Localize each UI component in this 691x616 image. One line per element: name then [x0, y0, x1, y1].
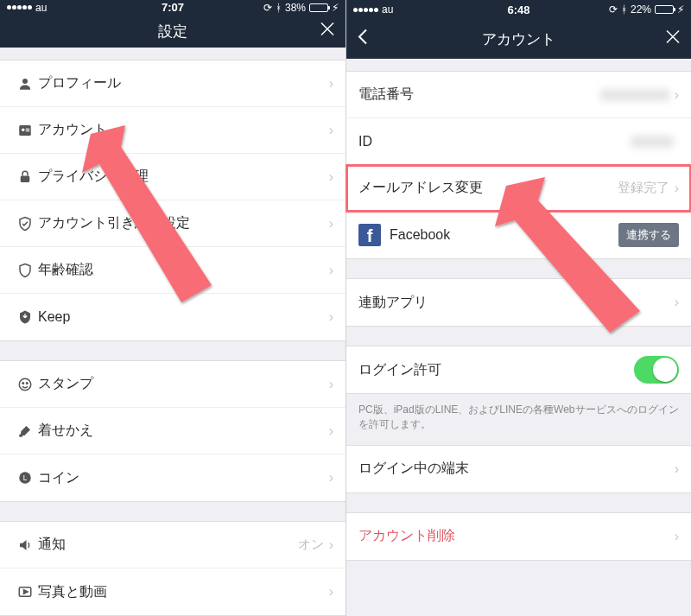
close-button[interactable] — [665, 29, 681, 49]
row-delete-account[interactable]: アカウント削除 › — [346, 513, 691, 560]
brush-icon — [12, 423, 38, 439]
row-phone[interactable]: 電話番号 › — [346, 72, 691, 118]
login-allow-toggle[interactable] — [634, 356, 679, 384]
row-themes[interactable]: 着せかえ › — [0, 408, 346, 454]
bluetooth-icon: ᚼ — [621, 3, 627, 16]
row-privacy[interactable]: プライバシー管理 › — [0, 154, 346, 200]
row-coin[interactable]: L コイン › — [0, 454, 346, 501]
smile-icon — [12, 377, 38, 392]
chevron-right-icon: › — [329, 169, 333, 185]
row-label: Facebook — [390, 227, 618, 243]
chevron-right-icon: › — [675, 87, 679, 103]
account-group-2: 連動アプリ › — [346, 278, 691, 327]
row-account[interactable]: アカウント › — [0, 107, 346, 154]
row-label: アカウント — [38, 121, 329, 139]
status-bar: au 6:48 ⟳ ᚼ 22% ⚡︎ — [346, 0, 691, 19]
row-login-allow[interactable]: ログイン許可 — [346, 346, 691, 393]
chevron-right-icon: › — [329, 309, 333, 325]
link-facebook-button[interactable]: 連携する — [618, 223, 679, 247]
chevron-right-icon: › — [329, 216, 333, 232]
time-label: 7:07 — [162, 1, 184, 14]
row-keep[interactable]: Keep › — [0, 294, 346, 340]
header-title: 設定 — [158, 22, 187, 41]
login-allow-desc: PC版、iPad版のLINE、およびLINEの各種Webサービスへのログインを許… — [346, 394, 691, 445]
account-group-3: ログイン許可 — [346, 346, 691, 394]
signal-icon — [353, 8, 378, 12]
svg-text:L: L — [23, 474, 28, 482]
status-bar: au 7:07 ⟳ ᚼ 38% ⚡︎ — [0, 0, 346, 16]
row-linked-apps[interactable]: 連動アプリ › — [346, 279, 691, 326]
row-label: ログイン中の端末 — [358, 460, 675, 478]
row-id[interactable]: ID — [346, 118, 691, 165]
chevron-right-icon: › — [675, 461, 679, 477]
settings-group-2: スタンプ › 着せかえ › L コイン › — [0, 360, 346, 502]
row-transfer[interactable]: アカウント引き継ぎ設定 › — [0, 200, 346, 247]
row-label: メールアドレス変更 — [358, 179, 618, 197]
charging-icon: ⚡︎ — [332, 2, 339, 14]
chevron-right-icon: › — [329, 377, 333, 392]
account-pane: au 6:48 ⟳ ᚼ 22% ⚡︎ アカウント 電話番号 › ID メ — [346, 0, 691, 616]
row-logged-devices[interactable]: ログイン中の端末 › — [346, 446, 691, 492]
account-group-5: アカウント削除 › — [346, 512, 691, 561]
row-stamps[interactable]: スタンプ › — [0, 361, 346, 408]
svg-point-6 — [19, 378, 31, 391]
svg-point-2 — [22, 128, 24, 130]
row-facebook[interactable]: f Facebook 連携する — [346, 212, 691, 258]
chevron-right-icon: › — [675, 295, 679, 310]
back-button[interactable] — [357, 29, 369, 50]
chevron-right-icon: › — [675, 181, 679, 196]
row-label: 着せかえ — [38, 422, 329, 440]
bluetooth-icon: ᚼ — [276, 2, 282, 14]
lock-icon — [12, 169, 38, 185]
account-header: アカウント — [346, 19, 691, 59]
battery-icon — [655, 5, 674, 14]
row-label: コイン — [38, 469, 329, 487]
row-sub: 登録完了 — [618, 180, 669, 196]
settings-group-1: プロフィール › アカウント › プライバシー管理 › アカウント引き継ぎ設定 … — [0, 60, 346, 341]
signal-icon — [7, 5, 32, 10]
phone-value-redacted — [600, 89, 669, 101]
media-icon — [12, 584, 38, 600]
refresh-icon: ⟳ — [263, 2, 272, 14]
row-label: Keep — [38, 309, 329, 325]
svg-point-7 — [22, 382, 24, 384]
row-label: ログイン許可 — [358, 361, 634, 379]
person-icon — [12, 76, 38, 92]
row-profile[interactable]: プロフィール › — [0, 60, 346, 107]
header-title: アカウント — [482, 29, 555, 49]
svg-point-8 — [27, 382, 29, 384]
id-card-icon — [12, 123, 38, 138]
row-label: 年齢確認 — [38, 261, 329, 279]
row-label: プライバシー管理 — [38, 168, 329, 186]
settings-header: 設定 — [0, 16, 346, 48]
row-label: ID — [358, 134, 631, 149]
battery-icon — [309, 3, 328, 12]
chevron-right-icon: › — [329, 537, 333, 553]
download-icon — [12, 309, 38, 325]
row-sub: オン — [298, 537, 324, 553]
row-email[interactable]: メールアドレス変更 登録完了 › — [346, 165, 691, 212]
check-shield-icon — [12, 216, 38, 232]
settings-group-3: 通知 オン › 写真と動画 › — [0, 521, 346, 616]
row-notify[interactable]: 通知 オン › — [0, 522, 346, 568]
row-label: 電話番号 — [358, 86, 600, 104]
svg-rect-5 — [21, 175, 30, 182]
svg-marker-13 — [24, 590, 29, 594]
row-age[interactable]: 年齢確認 › — [0, 247, 346, 294]
chevron-right-icon: › — [329, 263, 333, 278]
facebook-icon: f — [358, 224, 381, 246]
time-label: 6:48 — [507, 3, 529, 16]
carrier-label: au — [382, 3, 393, 16]
close-button[interactable] — [320, 22, 335, 41]
coin-icon: L — [12, 470, 38, 486]
row-label: プロフィール — [38, 74, 329, 92]
svg-rect-4 — [26, 130, 30, 131]
chevron-right-icon: › — [675, 529, 679, 544]
svg-rect-9 — [19, 434, 22, 436]
account-group-1: 電話番号 › ID メールアドレス変更 登録完了 › f Facebook 連携… — [346, 71, 691, 259]
row-media[interactable]: 写真と動画 › — [0, 568, 346, 615]
row-label: 写真と動画 — [38, 583, 329, 601]
row-label: アカウント引き継ぎ設定 — [38, 214, 329, 232]
charging-icon: ⚡︎ — [677, 3, 684, 16]
id-value-redacted — [631, 136, 674, 148]
